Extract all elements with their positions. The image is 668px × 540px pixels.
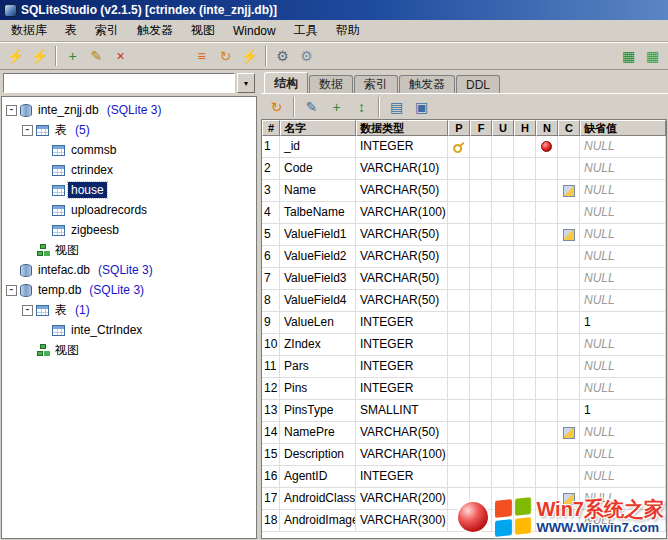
menu-item-4[interactable]: 视图 bbox=[182, 20, 224, 41]
column-type-cell[interactable]: VARCHAR(50) bbox=[356, 290, 448, 312]
flag-cell-h[interactable] bbox=[514, 422, 536, 444]
flag-cell-c[interactable] bbox=[558, 224, 580, 246]
flag-cell-c[interactable] bbox=[558, 246, 580, 268]
flag-cell-p[interactable] bbox=[448, 356, 470, 378]
flag-cell-f[interactable] bbox=[470, 444, 492, 466]
settings-icon[interactable]: ⚙ bbox=[271, 45, 294, 68]
tab-4[interactable]: DDL bbox=[456, 75, 500, 93]
flag-cell-p[interactable] bbox=[448, 246, 470, 268]
flag-cell-u[interactable] bbox=[492, 136, 514, 158]
collapse-icon[interactable]: - bbox=[22, 305, 33, 316]
flag-cell-f[interactable] bbox=[470, 136, 492, 158]
column-type-cell[interactable]: INTEGER bbox=[356, 312, 448, 334]
flag-cell-n[interactable] bbox=[536, 202, 558, 224]
flag-cell-h[interactable] bbox=[514, 312, 536, 334]
flag-cell-f[interactable] bbox=[470, 422, 492, 444]
flag-cell-c[interactable] bbox=[558, 422, 580, 444]
flag-cell-u[interactable] bbox=[492, 180, 514, 202]
flag-cell-f[interactable] bbox=[470, 356, 492, 378]
add-column-icon[interactable]: + bbox=[325, 95, 348, 118]
flag-cell-u[interactable] bbox=[492, 400, 514, 422]
tree-item-视图[interactable]: 视图 bbox=[2, 240, 256, 260]
column-type-cell[interactable]: VARCHAR(200) bbox=[356, 488, 448, 510]
edit-database-icon[interactable]: ✎ bbox=[85, 45, 108, 68]
flag-cell-h[interactable] bbox=[514, 268, 536, 290]
column-name-cell[interactable]: NamePre bbox=[280, 422, 356, 444]
default-value-cell[interactable]: NULL bbox=[580, 202, 666, 224]
flag-cell-n[interactable] bbox=[536, 422, 558, 444]
flag-cell-u[interactable] bbox=[492, 268, 514, 290]
flag-cell-c[interactable] bbox=[558, 268, 580, 290]
column-type-cell[interactable]: INTEGER bbox=[356, 378, 448, 400]
flag-cell-f[interactable] bbox=[470, 290, 492, 312]
new-table-icon[interactable]: ▦ bbox=[617, 45, 640, 68]
tree-item-temp.db[interactable]: -temp.db(SQLite 3) bbox=[2, 280, 256, 300]
column-name-cell[interactable]: Description bbox=[280, 444, 356, 466]
flag-cell-f[interactable] bbox=[470, 268, 492, 290]
column-name-cell[interactable]: ValueField2 bbox=[280, 246, 356, 268]
grid-header-8[interactable]: C bbox=[558, 120, 580, 136]
column-name-cell[interactable]: _id bbox=[280, 136, 356, 158]
flag-cell-h[interactable] bbox=[514, 378, 536, 400]
column-type-cell[interactable]: INTEGER bbox=[356, 334, 448, 356]
flag-cell-c[interactable] bbox=[558, 378, 580, 400]
flag-cell-n[interactable] bbox=[536, 466, 558, 488]
menu-item-7[interactable]: 帮助 bbox=[327, 20, 369, 41]
flag-cell-n[interactable] bbox=[536, 356, 558, 378]
column-name-cell[interactable]: ZIndex bbox=[280, 334, 356, 356]
grid-header-7[interactable]: N bbox=[536, 120, 558, 136]
column-type-cell[interactable]: INTEGER bbox=[356, 356, 448, 378]
edit-column-icon[interactable]: ✎ bbox=[300, 95, 323, 118]
default-value-cell[interactable]: NULL bbox=[580, 246, 666, 268]
column-name-cell[interactable]: ValueField1 bbox=[280, 224, 356, 246]
flag-cell-h[interactable] bbox=[514, 202, 536, 224]
tree-item-house[interactable]: house bbox=[2, 180, 256, 200]
flag-cell-p[interactable] bbox=[448, 136, 470, 158]
column-name-cell[interactable]: Pins bbox=[280, 378, 356, 400]
default-value-cell[interactable]: NULL bbox=[580, 378, 666, 400]
tree-filter-options-button[interactable]: ▾ bbox=[237, 73, 255, 93]
column-type-cell[interactable]: VARCHAR(100) bbox=[356, 202, 448, 224]
column-type-cell[interactable]: VARCHAR(50) bbox=[356, 268, 448, 290]
menu-item-0[interactable]: 数据库 bbox=[2, 20, 56, 41]
flag-cell-p[interactable] bbox=[448, 510, 470, 532]
tree-item-uploadrecords[interactable]: uploadrecords bbox=[2, 200, 256, 220]
flag-cell-f[interactable] bbox=[470, 224, 492, 246]
flag-cell-f[interactable] bbox=[470, 246, 492, 268]
flag-cell-p[interactable] bbox=[448, 466, 470, 488]
column-name-cell[interactable]: Name bbox=[280, 180, 356, 202]
flag-cell-u[interactable] bbox=[492, 224, 514, 246]
flag-cell-p[interactable] bbox=[448, 312, 470, 334]
flag-cell-f[interactable] bbox=[470, 400, 492, 422]
flag-cell-h[interactable] bbox=[514, 158, 536, 180]
flag-cell-n[interactable] bbox=[536, 224, 558, 246]
reorder-column-icon[interactable]: ↕ bbox=[350, 95, 373, 118]
flag-cell-u[interactable] bbox=[492, 510, 514, 532]
flag-cell-p[interactable] bbox=[448, 268, 470, 290]
default-value-cell[interactable]: NULL bbox=[580, 158, 666, 180]
flag-cell-u[interactable] bbox=[492, 158, 514, 180]
flag-cell-u[interactable] bbox=[492, 202, 514, 224]
menu-item-1[interactable]: 表 bbox=[56, 20, 86, 41]
flag-cell-c[interactable] bbox=[558, 400, 580, 422]
grid-header-0[interactable]: # bbox=[262, 120, 280, 136]
column-name-cell[interactable]: Pars bbox=[280, 356, 356, 378]
flag-cell-c[interactable] bbox=[558, 158, 580, 180]
flag-cell-c[interactable] bbox=[558, 312, 580, 334]
flag-cell-h[interactable] bbox=[514, 444, 536, 466]
flag-cell-c[interactable] bbox=[558, 444, 580, 466]
flag-cell-f[interactable] bbox=[470, 488, 492, 510]
flag-cell-f[interactable] bbox=[470, 312, 492, 334]
copy-structure-icon[interactable]: ▣ bbox=[410, 95, 433, 118]
flag-cell-h[interactable] bbox=[514, 224, 536, 246]
tree-item-视图[interactable]: 视图 bbox=[2, 340, 256, 360]
tab-2[interactable]: 索引 bbox=[354, 75, 398, 93]
collapse-icon[interactable]: - bbox=[22, 125, 33, 136]
flag-cell-u[interactable] bbox=[492, 246, 514, 268]
grid-header-6[interactable]: H bbox=[514, 120, 536, 136]
flag-cell-n[interactable] bbox=[536, 290, 558, 312]
flag-cell-n[interactable] bbox=[536, 334, 558, 356]
grid-header-2[interactable]: 数据类型 bbox=[356, 120, 448, 136]
default-value-cell[interactable]: NULL bbox=[580, 268, 666, 290]
grid-header-9[interactable]: 缺省值 bbox=[580, 120, 666, 136]
